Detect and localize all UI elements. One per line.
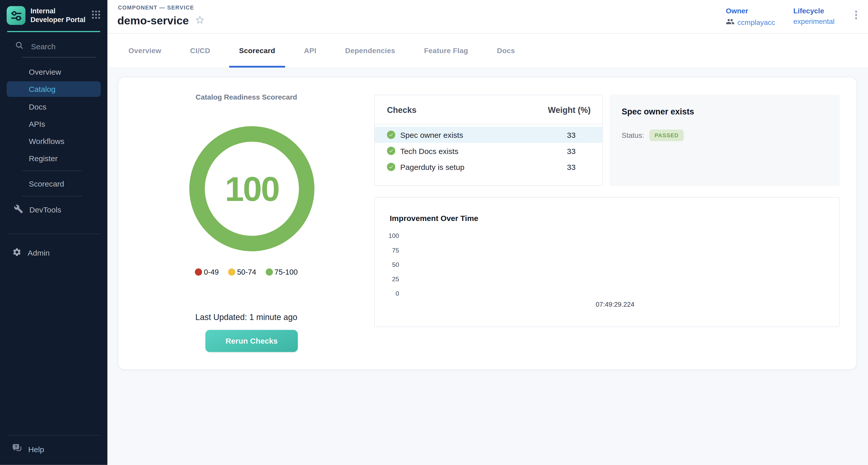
lifecycle-block: Lifecycle experimental [793, 7, 835, 25]
portal-title: Internal Developer Portal [31, 6, 86, 24]
app-window: Internal Developer Portal Search Overvie… [0, 0, 868, 465]
sidebar-item-apis[interactable]: APIs [0, 115, 107, 132]
tab-docs[interactable]: Docs [487, 34, 525, 68]
check-name: Pagerduty is setup [400, 162, 464, 172]
gear-icon [12, 247, 22, 258]
y-axis-tick: 50 [375, 261, 399, 268]
checks-column-header: Checks [387, 105, 416, 115]
weight-column-header: Weight (%) [548, 105, 591, 115]
nav-divider [22, 196, 82, 196]
check-passed-icon [387, 131, 395, 139]
score-legend: 0-49 50-74 75-100 [119, 268, 374, 276]
score-gauge: 100 [189, 126, 314, 251]
chart-title: Improvement Over Time [390, 214, 478, 223]
tab-feature-flag[interactable]: Feature Flag [414, 34, 478, 68]
owner-link[interactable]: ccmplayacc [726, 17, 775, 28]
check-weight: 33 [552, 162, 591, 172]
page-title: demo-service [117, 14, 189, 27]
check-weight: 33 [552, 130, 591, 140]
owner-block: Owner ccmplayacc [726, 7, 775, 28]
status-label: Status: [622, 131, 644, 140]
check-passed-icon [387, 147, 395, 155]
sidebar-search[interactable]: Search [0, 40, 107, 52]
check-row-spec-owner[interactable]: Spec owner exists 33 [375, 127, 602, 143]
tab-content: Catalog Readiness Scorecard 100 0-49 50-… [107, 68, 868, 465]
tab-overview[interactable]: Overview [119, 34, 172, 68]
nav-divider [22, 170, 82, 171]
legend-yellow-dot [228, 269, 235, 276]
check-row-tech-docs[interactable]: Tech Docs exists 33 [375, 143, 602, 159]
sidebar-item-catalog[interactable]: Catalog [7, 81, 101, 97]
svg-text:?: ? [14, 444, 17, 449]
search-label: Search [31, 42, 56, 51]
sidebar-accent-divider [7, 31, 100, 32]
legend-high-label: 75-100 [274, 268, 298, 276]
tab-scorecard[interactable]: Scorecard [229, 34, 285, 68]
tab-cicd[interactable]: CI/CD [180, 34, 220, 68]
sidebar-item-docs[interactable]: Docs [0, 98, 107, 115]
checks-header: Checks Weight (%) [375, 95, 602, 124]
search-underline [22, 57, 96, 58]
check-status-row: Status: PASSED [622, 130, 828, 141]
devtools-label: DevTools [29, 205, 61, 214]
legend-item-mid: 50-74 [228, 268, 256, 276]
check-name: Tech Docs exists [400, 147, 458, 156]
legend-item-low: 0-49 [195, 268, 219, 276]
y-axis-tick: 25 [375, 276, 399, 282]
tab-dependencies[interactable]: Dependencies [335, 34, 405, 68]
check-weight: 33 [552, 147, 591, 156]
check-detail-title: Spec owner exists [622, 95, 828, 116]
sidebar-item-register[interactable]: Register [0, 149, 107, 166]
main-area: COMPONENT — SERVICE demo-service Owner [107, 0, 868, 465]
title-row: demo-service [117, 14, 205, 27]
search-icon [15, 41, 24, 52]
check-name: Spec owner exists [400, 130, 463, 140]
wrench-icon [14, 204, 23, 215]
help-chat-icon: ? [12, 443, 22, 455]
entity-header: COMPONENT — SERVICE demo-service Owner [107, 0, 868, 34]
entity-meta: Owner ccmplayacc Lifecycle experimental [726, 7, 859, 28]
legend-low-label: 0-49 [204, 268, 219, 276]
help-label: Help [28, 445, 44, 454]
owner-value: ccmplayacc [737, 18, 775, 26]
last-updated-text: Last Updated: 1 minute ago [119, 312, 374, 321]
check-detail-panel: Spec owner exists Status: PASSED [610, 95, 840, 186]
y-axis-tick: 0 [375, 290, 399, 297]
scorecard-card: Catalog Readiness Scorecard 100 0-49 50-… [118, 77, 857, 370]
score-value: 100 [225, 169, 279, 208]
admin-label: Admin [28, 248, 50, 257]
sidebar-item-admin[interactable]: Admin [0, 244, 107, 261]
admin-divider [7, 234, 100, 234]
entity-tabs: Overview CI/CD Scorecard API Dependencie… [107, 34, 868, 68]
status-badge: PASSED [650, 130, 683, 141]
sidebar-nav: Overview Catalog Docs APIs Workflows Reg… [0, 63, 107, 219]
legend-red-dot [195, 269, 202, 276]
scorecard-title: Catalog Readiness Scorecard [119, 93, 374, 101]
star-icon[interactable] [195, 14, 205, 27]
check-row-pagerduty[interactable]: Pagerduty is setup 33 [375, 159, 602, 175]
breadcrumb: COMPONENT — SERVICE [118, 4, 194, 10]
people-icon [726, 17, 735, 28]
check-passed-icon [387, 163, 395, 171]
legend-item-high: 75-100 [266, 268, 298, 276]
sidebar-item-scorecard[interactable]: Scorecard [0, 175, 107, 192]
x-axis-tick: 07:49:29.224 [596, 301, 634, 308]
legend-mid-label: 50-74 [237, 268, 256, 276]
sidebar-item-overview[interactable]: Overview [0, 63, 107, 80]
improvement-chart-panel: Improvement Over Time 100 75 50 25 0 07:… [374, 197, 840, 327]
help-section: ? Help [0, 435, 107, 465]
tab-api[interactable]: API [294, 34, 327, 68]
sidebar-item-help[interactable]: ? Help [0, 435, 107, 465]
lifecycle-label[interactable]: Lifecycle [793, 7, 835, 15]
checks-rows: Spec owner exists 33 Tech Docs exists [375, 127, 602, 175]
lifecycle-value: experimental [793, 17, 835, 25]
app-logo[interactable]: Internal Developer Portal [0, 0, 107, 31]
sidebar-item-workflows[interactable]: Workflows [0, 132, 107, 149]
legend-green-dot [266, 269, 273, 276]
apps-grid-icon[interactable] [91, 10, 101, 21]
sidebar-item-devtools[interactable]: DevTools [0, 200, 107, 219]
owner-label[interactable]: Owner [726, 7, 775, 15]
kebab-menu-icon[interactable] [853, 8, 859, 22]
rerun-checks-button[interactable]: Rerun Checks [205, 330, 298, 352]
sidebar: Internal Developer Portal Search Overvie… [0, 0, 107, 465]
